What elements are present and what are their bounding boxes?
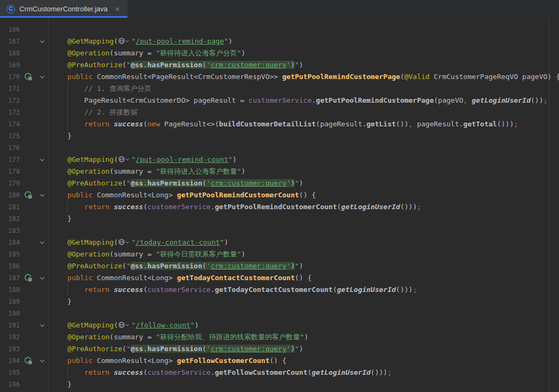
globe-with-chevron-icon[interactable] [118, 322, 130, 328]
line-number[interactable]: 184 [0, 237, 20, 248]
spring-endpoint-globe-icon[interactable] [24, 73, 33, 81]
code-line[interactable]: 195 return success(customerService.getFo… [0, 367, 559, 379]
line-number[interactable]: 195 [0, 367, 20, 379]
chevron-down-icon[interactable] [38, 155, 46, 164]
code-line[interactable]: 183 [0, 225, 559, 237]
chevron-down-icon[interactable] [38, 238, 46, 247]
code-token: @ss [131, 179, 143, 187]
code-token: " [131, 321, 136, 329]
code-line[interactable]: 181 return success(customerService.getPu… [0, 201, 559, 213]
globe-with-chevron-icon[interactable] [118, 156, 130, 162]
code-token: success [114, 368, 143, 376]
code-line[interactable]: 174 return success(new PageResult<>(buil… [0, 118, 559, 130]
code-editor[interactable]: 166167 @GetMapping("/put-pool-remind-pag… [0, 18, 559, 392]
spring-endpoint-globe-icon[interactable] [24, 191, 33, 199]
code-token: @Operation [51, 49, 110, 57]
line-number[interactable]: 166 [0, 24, 20, 35]
line-number[interactable]: 175 [0, 130, 20, 142]
line-number[interactable]: 194 [0, 355, 20, 367]
globe-with-chevron-icon[interactable] [118, 38, 130, 44]
code-text: } [51, 296, 559, 308]
line-number[interactable]: 186 [0, 260, 20, 272]
code-token: (summary = [110, 167, 156, 175]
tab-title: CrmCustomerController.java [19, 5, 108, 13]
line-number[interactable]: 193 [0, 343, 20, 355]
chevron-down-icon[interactable] [38, 274, 46, 282]
code-line[interactable]: 178 @Operation(summary = "获得待进入公海客户数量") [0, 166, 559, 177]
chevron-down-icon[interactable] [38, 357, 46, 365]
code-line[interactable]: 167 @GetMapping("/put-pool-remind-page") [0, 35, 559, 47]
line-number[interactable]: 183 [0, 225, 20, 237]
line-number[interactable]: 181 [0, 201, 20, 213]
spring-endpoint-globe-icon[interactable] [24, 274, 33, 282]
code-token: getTodayContactCustomerCount [177, 274, 295, 282]
line-number[interactable]: 168 [0, 47, 20, 59]
line-number[interactable]: 176 [0, 142, 20, 154]
code-token: } [51, 380, 72, 388]
code-line[interactable]: 192 @Operation(summary = "获得分配给我、待跟进的线索数… [0, 331, 559, 343]
spring-endpoint-globe-icon[interactable] [24, 357, 33, 365]
code-line[interactable]: 179 @PreAuthorize("@ss.hasPermission('cr… [0, 177, 559, 189]
code-line[interactable]: 170 public CommonResult<PageResult<CrmCu… [0, 71, 559, 83]
close-icon[interactable]: × [115, 5, 120, 13]
chevron-down-icon[interactable] [38, 73, 46, 81]
code-token: success [114, 120, 143, 128]
line-number[interactable]: 173 [0, 106, 20, 118]
code-line[interactable]: 175 } [0, 130, 559, 142]
line-number[interactable]: 171 [0, 83, 20, 95]
line-number[interactable]: 167 [0, 35, 20, 47]
code-token: @GetMapping [51, 155, 114, 163]
code-token: hasPermission [147, 345, 202, 353]
line-number[interactable]: 191 [0, 319, 20, 331]
code-token: public [51, 274, 93, 282]
code-token: ) [299, 262, 303, 270]
code-text: PageResult<CrmCustomerDO> pageResult = c… [51, 95, 559, 106]
code-line[interactable]: 189 } [0, 296, 559, 308]
chevron-down-icon[interactable] [38, 191, 46, 199]
line-number[interactable]: 192 [0, 331, 20, 343]
code-line[interactable]: 171 // 1. 查询客户分页 [0, 83, 559, 95]
code-line[interactable]: 172 PageResult<CrmCustomerDO> pageResult… [0, 95, 559, 106]
code-line[interactable]: 190 [0, 308, 559, 319]
code-line[interactable]: 188 return success(customerService.getTo… [0, 284, 559, 296]
line-number[interactable]: 172 [0, 95, 20, 106]
line-number[interactable]: 177 [0, 154, 20, 166]
code-line[interactable]: 184 @GetMapping("/today-contact-count") [0, 237, 559, 248]
code-line[interactable]: 196 } [0, 379, 559, 390]
code-line[interactable]: 176 [0, 142, 559, 154]
chevron-down-icon[interactable] [38, 37, 46, 46]
globe-with-chevron-icon[interactable] [118, 239, 130, 245]
line-number[interactable]: 174 [0, 118, 20, 130]
tab-crmcustomercontroller[interactable]: C CrmCustomerController.java × [0, 0, 128, 18]
code-line[interactable]: 166 [0, 24, 559, 35]
line-number[interactable]: 180 [0, 189, 20, 201]
line-number[interactable]: 188 [0, 284, 20, 296]
line-number[interactable]: 170 [0, 71, 20, 83]
code-token: getPutPoolRemindCustomerPage [316, 96, 434, 104]
line-number[interactable]: 196 [0, 379, 20, 390]
code-line[interactable]: 191 @GetMapping("/follow-count") [0, 319, 559, 331]
line-number[interactable]: 182 [0, 213, 20, 225]
line-number[interactable]: 178 [0, 166, 20, 177]
code-line[interactable]: 185 @Operation(summary = "获得今日需联系客户数量") [0, 248, 559, 260]
code-line[interactable]: 173 // 2. 拼接数据 [0, 106, 559, 118]
line-number[interactable]: 169 [0, 59, 20, 71]
code-line[interactable]: 180 public CommonResult<Long> getPutPool… [0, 189, 559, 201]
line-number[interactable]: 190 [0, 308, 20, 319]
line-number[interactable]: 187 [0, 272, 20, 284]
code-line[interactable]: 177 @GetMapping("/put-pool-remind-count"… [0, 154, 559, 166]
code-line[interactable]: 182 } [0, 213, 559, 225]
code-line[interactable]: 169 @PreAuthorize("@ss.hasPermission('cr… [0, 59, 559, 71]
line-number[interactable]: 189 [0, 296, 20, 308]
code-line[interactable]: 187 public CommonResult<Long> getTodayCo… [0, 272, 559, 284]
line-number[interactable]: 185 [0, 248, 20, 260]
code-token: hasPermission [147, 262, 202, 270]
code-token: ) [299, 61, 303, 69]
code-line[interactable]: 194 public CommonResult<Long> getFollowC… [0, 355, 559, 367]
code-line[interactable]: 168 @Operation(summary = "获得待进入公海客户分页") [0, 47, 559, 59]
code-line[interactable]: 186 @PreAuthorize("@ss.hasPermission('cr… [0, 260, 559, 272]
chevron-down-icon[interactable] [38, 321, 46, 330]
line-number[interactable]: 179 [0, 177, 20, 189]
code-lines: 166167 @GetMapping("/put-pool-remind-pag… [0, 24, 559, 390]
code-line[interactable]: 193 @PreAuthorize("@ss.hasPermission('cr… [0, 343, 559, 355]
